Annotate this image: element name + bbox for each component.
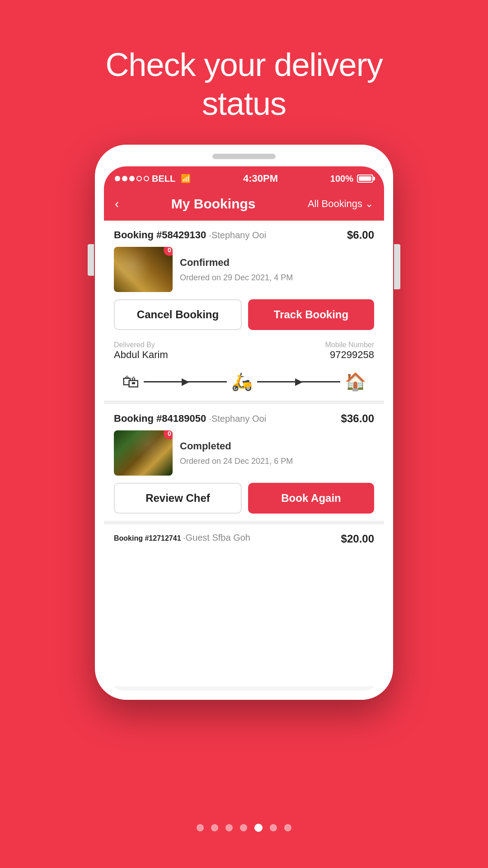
delivery-tracker: 🛍 🛵 🏠 <box>104 367 384 401</box>
signal-dots <box>115 176 149 181</box>
booking-2-id: Booking #84189050 <box>114 413 206 424</box>
mobile-label: Mobile Number <box>325 341 374 349</box>
booking-1-price: $6.00 <box>347 229 374 241</box>
signal-dot-2 <box>122 176 127 181</box>
booking-3-user: ·Guest Sfba Goh <box>183 533 250 542</box>
phone-body: BELL 📶 4:30PM 100% ‹ My Bookings <box>95 145 393 700</box>
page-dot-3[interactable] <box>225 824 233 831</box>
book-again-button[interactable]: Book Again <box>248 483 374 514</box>
carrier-label: BELL <box>152 174 175 184</box>
phone-speaker <box>212 154 276 159</box>
cancel-booking-button[interactable]: Cancel Booking <box>114 299 242 330</box>
review-chef-button[interactable]: Review Chef <box>114 483 242 514</box>
booking-2-body: 0 Completed Ordered on 24 Dec 2021, 6 PM <box>104 430 384 483</box>
app-header: ‹ My Bookings All Bookings ⌄ <box>104 189 384 221</box>
tracker-line-2 <box>257 381 340 382</box>
back-button[interactable]: ‹ <box>115 197 119 211</box>
wifi-icon: 📶 <box>181 174 191 184</box>
page-dot-5[interactable] <box>254 824 263 832</box>
booking-card-2: Booking #84189050 ·Stephany Ooi $36.00 0… <box>104 404 384 524</box>
booking-2-actions: Review Chef Book Again <box>104 483 384 521</box>
booking-2-info: Completed Ordered on 24 Dec 2021, 6 PM <box>180 430 293 476</box>
booking-1-id-area: Booking #58429130 ·Stephany Ooi <box>114 229 266 241</box>
page-dot-4[interactable] <box>240 824 247 831</box>
status-right: 100% <box>330 174 373 184</box>
bookings-list: Booking #58429130 ·Stephany Ooi $6.00 0 … <box>104 221 384 686</box>
booking-2-status: Completed <box>180 440 293 452</box>
page-dot-7[interactable] <box>284 824 291 831</box>
booking-2-user: ·Stephany Ooi <box>209 414 266 424</box>
signal-dot-3 <box>129 176 135 181</box>
booking-1-date: Ordered on 29 Dec 2021, 4 PM <box>180 273 293 283</box>
page-dot-6[interactable] <box>270 824 277 831</box>
booking-1-user: ·Stephany Ooi <box>209 230 266 240</box>
booking-3-id: Booking #12712741 <box>114 534 181 542</box>
booking-3-price: $20.00 <box>341 533 374 545</box>
filter-label: All Bookings <box>308 198 362 210</box>
booking-1-status: Confirmed <box>180 257 293 269</box>
status-bar: BELL 📶 4:30PM 100% <box>104 166 384 189</box>
pagination-dots <box>197 824 291 832</box>
booking-1-info: Confirmed Ordered on 29 Dec 2021, 4 PM <box>180 247 293 292</box>
filter-button[interactable]: All Bookings ⌄ <box>308 198 373 210</box>
tracker-line-1 <box>144 381 227 382</box>
booking-2-date: Ordered on 24 Dec 2021, 6 PM <box>180 457 293 466</box>
mobile-info: Mobile Number 97299258 <box>325 341 374 361</box>
mobile-number: 97299258 <box>325 349 374 361</box>
header-title: My Bookings <box>171 196 256 212</box>
booking-card-3: Booking #12712741 ·Guest Sfba Goh $20.00 <box>104 524 384 553</box>
page-dot-2[interactable] <box>211 824 218 831</box>
booking-1-food-image: 0 <box>114 247 173 292</box>
title-line2: status <box>202 85 286 122</box>
signal-dot-5 <box>144 176 149 181</box>
booking-1-header: Booking #58429130 ·Stephany Ooi $6.00 <box>104 221 384 247</box>
page-heading: Check your delivery status <box>0 0 488 123</box>
booking-1-body: 0 Confirmed Ordered on 29 Dec 2021, 4 PM <box>104 247 384 299</box>
booking-1-id: Booking #58429130 <box>114 229 206 241</box>
title-line1: Check your delivery <box>105 47 382 83</box>
status-time: 4:30PM <box>243 173 278 184</box>
phone-mockup: BELL 📶 4:30PM 100% ‹ My Bookings <box>95 145 393 700</box>
booking-2-id-area: Booking #84189050 ·Stephany Ooi <box>114 413 266 425</box>
delivery-left: Delivered By Abdul Karim <box>114 341 168 361</box>
delivered-by-label: Delivered By <box>114 341 168 349</box>
bike-icon: 🛵 <box>231 372 253 392</box>
battery-icon <box>357 175 373 183</box>
track-booking-button[interactable]: Track Booking <box>248 299 374 330</box>
booking-3-id-area: Booking #12712741 ·Guest Sfba Goh <box>114 533 250 545</box>
status-left: BELL 📶 <box>115 174 191 184</box>
bag-icon: 🛍 <box>122 372 139 392</box>
deliverer-name: Abdul Karim <box>114 349 168 361</box>
booking-card-1: Booking #58429130 ·Stephany Ooi $6.00 0 … <box>104 221 384 404</box>
page-dot-1[interactable] <box>197 824 204 831</box>
delivery-info: Delivered By Abdul Karim Mobile Number 9… <box>104 337 384 367</box>
home-icon: 🏠 <box>345 372 366 392</box>
battery-percent: 100% <box>330 174 353 184</box>
booking-2-food-image: 0 <box>114 430 173 476</box>
booking-2-header: Booking #84189050 ·Stephany Ooi $36.00 <box>104 404 384 430</box>
phone-screen: BELL 📶 4:30PM 100% ‹ My Bookings <box>104 166 384 691</box>
signal-dot-4 <box>136 176 142 181</box>
chevron-down-icon: ⌄ <box>365 198 373 210</box>
signal-dot-1 <box>115 176 120 181</box>
booking-1-actions: Cancel Booking Track Booking <box>104 299 384 337</box>
booking-2-price: $36.00 <box>341 412 374 425</box>
